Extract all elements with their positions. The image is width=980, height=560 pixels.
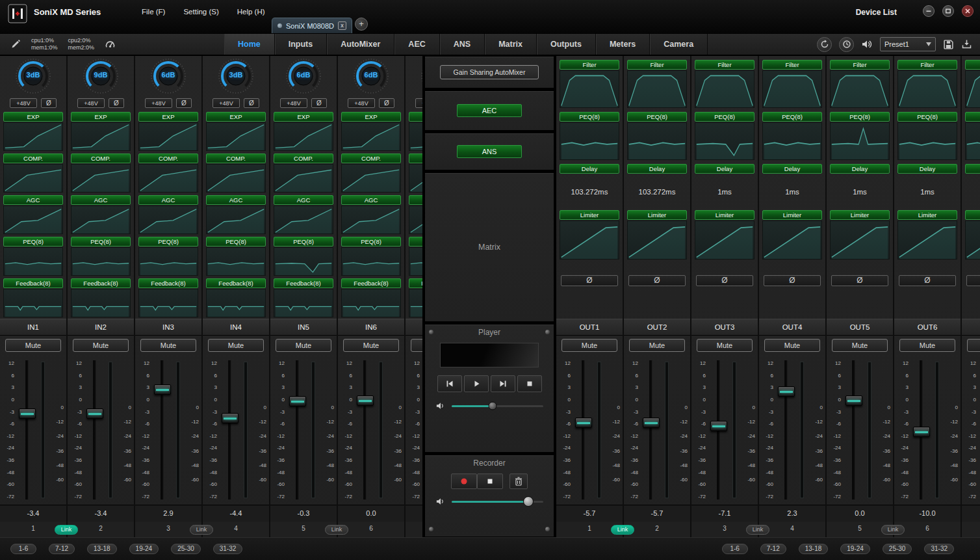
input-gain-knob[interactable]: 3dB: [0, 57, 66, 98]
channel-fader[interactable]: [83, 360, 107, 500]
limiter-button[interactable]: Limiter: [695, 210, 754, 220]
delay-button[interactable]: Delay: [830, 164, 890, 174]
feedback-curve-graph[interactable]: [274, 289, 333, 317]
nav-tab[interactable]: Matrix: [485, 34, 537, 55]
limiter-curve-graph[interactable]: [762, 220, 822, 260]
channel-fader[interactable]: [842, 360, 866, 500]
limiter-curve-graph[interactable]: [965, 220, 980, 260]
fader-handle[interactable]: [222, 413, 239, 423]
agc-button[interactable]: AGC: [206, 195, 266, 205]
aec-button[interactable]: AEC: [457, 104, 522, 117]
agc-curve-graph[interactable]: [206, 206, 266, 234]
phantom-48v-button[interactable]: +48V: [145, 98, 172, 108]
fader-handle[interactable]: [845, 395, 862, 406]
limiter-button[interactable]: Limiter: [560, 210, 619, 220]
skip-forward-button[interactable]: [491, 375, 515, 392]
mute-button[interactable]: Mute: [967, 339, 980, 352]
phase-invert-button[interactable]: Ø: [764, 275, 821, 286]
input-gain-knob[interactable]: 6dB: [135, 57, 201, 98]
page-range-button[interactable]: 7-12: [760, 544, 786, 554]
feedback-button[interactable]: Feedback(8): [3, 278, 63, 288]
channel-fader[interactable]: [286, 360, 309, 500]
nav-tab[interactable]: Meters: [596, 34, 650, 55]
menu-item[interactable]: File (F): [142, 8, 165, 16]
fader-handle[interactable]: [289, 396, 306, 407]
channel-fader[interactable]: [910, 360, 933, 500]
agc-curve-graph[interactable]: [341, 206, 401, 234]
device-tab-close-button[interactable]: x: [338, 21, 346, 30]
delay-button[interactable]: Delay: [695, 164, 754, 174]
nav-tab[interactable]: Outputs: [537, 34, 596, 55]
phantom-48v-button[interactable]: +48V: [348, 98, 375, 108]
channel-fader[interactable]: [775, 360, 798, 500]
compressor-curve-graph[interactable]: [71, 164, 131, 193]
page-range-button[interactable]: 1-6: [722, 544, 748, 554]
compressor-button[interactable]: COMP.: [71, 153, 131, 163]
phase-invert-button[interactable]: Ø: [561, 275, 618, 286]
limiter-curve-graph[interactable]: [897, 220, 957, 260]
peq-button[interactable]: PEQ(8): [897, 112, 957, 122]
link-button[interactable]: Link: [881, 525, 905, 535]
recorder-volume-slider[interactable]: [452, 501, 543, 503]
channel-fader[interactable]: [707, 360, 730, 500]
skip-back-button[interactable]: [437, 375, 462, 392]
agc-button[interactable]: AGC: [3, 195, 63, 205]
phase-invert-button[interactable]: Ø: [109, 98, 124, 108]
phase-invert-button[interactable]: Ø: [831, 275, 888, 286]
input-gain-knob[interactable]: 9dB: [68, 57, 134, 98]
expander-curve-graph[interactable]: [3, 122, 63, 151]
peq-curve-graph[interactable]: [560, 122, 619, 160]
mute-button[interactable]: Mute: [343, 339, 399, 352]
menu-item[interactable]: Setting (S): [183, 8, 218, 16]
peq-curve-graph[interactable]: [206, 247, 266, 276]
peq-curve-graph[interactable]: [71, 247, 131, 276]
compressor-button[interactable]: COMP.: [341, 153, 401, 163]
compressor-button[interactable]: COMP.: [138, 153, 198, 163]
gain-sharing-automixer-button[interactable]: Gain Sharing AutoMixer: [440, 65, 539, 79]
compressor-curve-graph[interactable]: [409, 164, 422, 193]
page-range-button[interactable]: 19-24: [129, 544, 159, 554]
limiter-curve-graph[interactable]: [695, 220, 754, 260]
limiter-curve-graph[interactable]: [627, 220, 687, 260]
record-button[interactable]: [451, 473, 477, 489]
fader-handle[interactable]: [154, 384, 171, 395]
peq-button[interactable]: PEQ(8): [3, 237, 63, 247]
filter-curve-graph[interactable]: [627, 70, 687, 108]
delay-button[interactable]: Delay: [627, 164, 687, 174]
expander-button[interactable]: EXP: [3, 112, 63, 122]
feedback-curve-graph[interactable]: [71, 289, 131, 317]
peq-button[interactable]: PEQ(8): [138, 237, 198, 247]
phantom-48v-button[interactable]: +48V: [415, 98, 422, 108]
delay-button[interactable]: Delay: [897, 164, 957, 174]
mute-button[interactable]: Mute: [73, 339, 129, 352]
compressor-curve-graph[interactable]: [274, 164, 333, 193]
peq-button[interactable]: PEQ(8): [274, 237, 333, 247]
agc-button[interactable]: AGC: [341, 195, 401, 205]
peq-curve-graph[interactable]: [762, 122, 822, 160]
fader-handle[interactable]: [710, 421, 727, 431]
page-range-button[interactable]: 13-18: [799, 544, 829, 554]
feedback-curve-graph[interactable]: [138, 289, 198, 317]
phase-invert-button[interactable]: Ø: [628, 275, 686, 286]
agc-button[interactable]: AGC: [138, 195, 198, 205]
compressor-curve-graph[interactable]: [206, 164, 266, 193]
peq-curve-graph[interactable]: [897, 122, 957, 160]
compressor-curve-graph[interactable]: [3, 164, 63, 193]
edit-icon[interactable]: [10, 39, 21, 49]
phase-invert-button[interactable]: Ø: [311, 98, 327, 108]
phantom-48v-button[interactable]: +48V: [213, 98, 240, 108]
peq-curve-graph[interactable]: [695, 122, 754, 160]
play-button[interactable]: [464, 375, 489, 392]
peq-curve-graph[interactable]: [627, 122, 687, 160]
fader-handle[interactable]: [19, 408, 36, 419]
mute-button[interactable]: Mute: [276, 339, 331, 352]
filter-button[interactable]: Filter: [897, 60, 957, 70]
speaker-icon[interactable]: [861, 39, 873, 49]
nav-tab[interactable]: ANS: [440, 34, 485, 55]
compressor-curve-graph[interactable]: [138, 164, 198, 193]
peq-button[interactable]: PEQ(8): [560, 112, 619, 122]
minimize-button[interactable]: [923, 5, 935, 17]
filter-curve-graph[interactable]: [965, 70, 980, 108]
expander-button[interactable]: EXP: [341, 112, 401, 122]
peq-curve-graph[interactable]: [830, 122, 890, 160]
